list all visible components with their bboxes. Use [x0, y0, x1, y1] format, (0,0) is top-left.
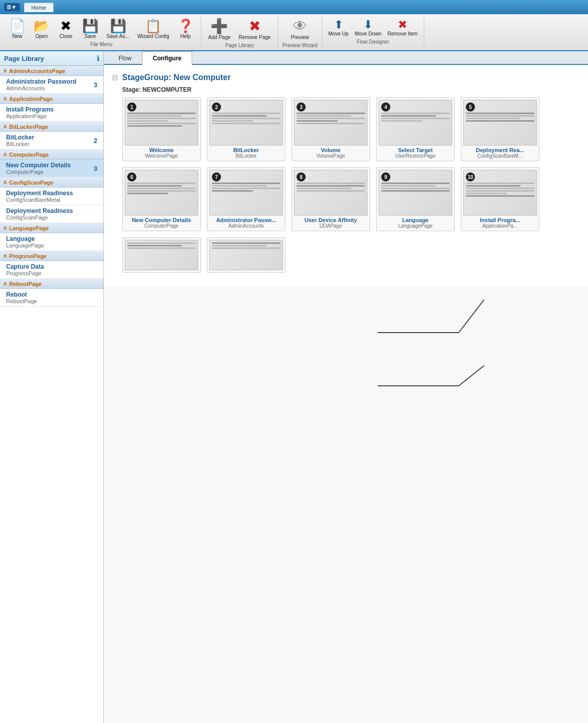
- info-icon[interactable]: ℹ: [97, 54, 99, 62]
- page-card-8[interactable]: 8 User Device Affinity UDAPage: [291, 167, 370, 231]
- page-card-3[interactable]: 3 Volume VolumePage: [291, 97, 370, 161]
- page-number-6: 6: [127, 172, 136, 182]
- remove-page-label: Remove Page: [239, 34, 271, 41]
- sidebar: Page Library ℹ ∧ AdminAccountsPage Admin…: [0, 51, 104, 723]
- chevron-down-icon: ∧: [3, 67, 7, 74]
- app-logo[interactable]: B▼: [4, 3, 20, 11]
- preview-label: Preview: [291, 34, 309, 41]
- sidebar-item-reboot[interactable]: Reboot RebootPage: [0, 289, 103, 307]
- sidebar-item-bitlocker[interactable]: BitLocker BitLocker 2: [0, 132, 103, 150]
- page-type-10: ApplicationPa...: [463, 223, 537, 229]
- sidebar-category-computer[interactable]: ∧ ComputerPage: [0, 150, 103, 160]
- flow-area: ⊟ StageGroup: New Computer Stage: NEWCOM…: [104, 65, 588, 287]
- sidebar-category-application[interactable]: ∧ ApplicationPage: [0, 94, 103, 104]
- wizard-config-icon: 📋: [145, 19, 161, 32]
- remove-page-button[interactable]: ✖ Remove Page: [236, 18, 274, 42]
- item-count: 3: [94, 81, 99, 89]
- tab-flow[interactable]: Flow: [108, 51, 142, 65]
- item-type: AdminAccounts: [6, 85, 94, 91]
- close-button[interactable]: ✖ Close: [55, 18, 77, 41]
- chevron-icon: ∧: [3, 151, 7, 158]
- sidebar-category-progress[interactable]: ∧ ProgressPage: [0, 251, 103, 261]
- pages-row-2: 6 New Computer Details ComputerPage: [122, 167, 580, 231]
- page-title-1: Welcome: [125, 147, 198, 153]
- page-title-9: Language: [379, 217, 452, 223]
- sidebar-item-language[interactable]: Language LanguagePage: [0, 233, 103, 251]
- preview-button[interactable]: 👁 Preview: [288, 18, 312, 42]
- sidebar-category-language[interactable]: ∧ LanguagePage: [0, 223, 103, 233]
- page-thumbnail-3: 3: [294, 100, 368, 146]
- page-card-5[interactable]: 5 Deployment Rea... ConfigScanBareM...: [461, 97, 539, 161]
- add-page-button[interactable]: ➕ Add Page: [205, 18, 234, 42]
- stage-group-header: ⊟ StageGroup: New Computer: [112, 73, 580, 82]
- page-card-10[interactable]: 10 Install Progra... ApplicationPa...: [461, 167, 539, 231]
- save-as-button[interactable]: 💾 Save As...: [103, 18, 132, 41]
- page-title-5: Deployment Rea...: [463, 147, 537, 153]
- open-button[interactable]: 📂 Open: [30, 18, 53, 41]
- page-card-extra-2[interactable]: [207, 237, 285, 273]
- page-card-6[interactable]: 6 New Computer Details ComputerPage: [122, 167, 201, 231]
- move-up-button[interactable]: ⬆ Move Up: [326, 18, 351, 38]
- page-card-4[interactable]: 4 Select Target UserRestorePage: [376, 97, 455, 161]
- page-number-9: 9: [381, 172, 390, 182]
- preview-wizard-label: Preview Wizard: [282, 43, 317, 48]
- chevron-icon: ∧: [3, 225, 7, 231]
- new-label: New: [12, 33, 22, 40]
- remove-page-icon: ✖: [249, 19, 261, 33]
- page-thumbnail-4: 4: [379, 100, 452, 146]
- page-card-1[interactable]: 1 Welcome WelcomePage: [122, 97, 201, 161]
- preview-icon: 👁: [293, 19, 307, 33]
- move-down-button[interactable]: ⬇ Move Down: [353, 18, 384, 38]
- chevron-icon: ∧: [3, 123, 7, 130]
- page-type-3: VolumePage: [294, 153, 368, 159]
- tab-bar: Flow Configure: [104, 51, 588, 65]
- save-as-icon: 💾: [110, 19, 126, 32]
- save-label: Save: [85, 33, 96, 40]
- sidebar-category-configscan[interactable]: ∧ ConfigScanPage: [0, 177, 103, 188]
- wizard-config-label: Wizard Config: [137, 33, 169, 40]
- home-tab[interactable]: Home: [24, 3, 54, 12]
- page-type-9: LanguagePage: [379, 223, 452, 229]
- move-down-label: Move Down: [355, 31, 382, 37]
- close-label: Close: [59, 33, 72, 40]
- item-type: ConfigScanPage: [6, 214, 99, 221]
- collapse-icon[interactable]: ⊟: [112, 74, 118, 82]
- title-bar: B▼ Home: [0, 0, 588, 14]
- page-number-10: 10: [466, 172, 475, 182]
- page-type-1: WelcomePage: [125, 153, 198, 159]
- help-button[interactable]: ❓ Help: [174, 18, 197, 41]
- sidebar-item-admin-password[interactable]: Administrator Password AdminAccounts 3: [0, 76, 103, 94]
- page-title-7: Administrator Passw...: [209, 217, 283, 223]
- sidebar-item-capture-data[interactable]: Capture Data ProgressPage: [0, 261, 103, 279]
- sidebar-category-reboot[interactable]: ∧ RebootPage: [0, 279, 103, 289]
- page-type-4: UserRestorePage: [379, 153, 452, 159]
- new-button[interactable]: 📄 New: [6, 18, 28, 41]
- move-down-icon: ⬇: [363, 19, 373, 30]
- item-name: Deployment Readiness: [6, 207, 99, 214]
- remove-item-label: Remove Item: [387, 31, 417, 37]
- page-type-7: AdminAccounts: [209, 223, 283, 229]
- sidebar-item-computer-details[interactable]: New Computer Details ComputerPage 3: [0, 160, 103, 177]
- page-title-6: New Computer Details: [125, 217, 198, 223]
- page-card-extra-1[interactable]: [122, 237, 201, 273]
- sidebar-category-bitlocker[interactable]: ∧ BitLockerPage: [0, 122, 103, 132]
- page-number-1: 1: [127, 102, 136, 112]
- page-title-2: BitLocker: [209, 147, 283, 153]
- sidebar-category-admin[interactable]: ∧ AdminAccountsPage: [0, 66, 103, 76]
- sidebar-item-deployment-readiness-2[interactable]: Deployment Readiness ConfigScanPage: [0, 205, 103, 223]
- wizard-config-button[interactable]: 📋 Wizard Config: [134, 18, 172, 41]
- remove-item-button[interactable]: ✖ Remove Item: [385, 18, 419, 38]
- page-type-6: ComputerPage: [125, 223, 198, 229]
- page-card-2[interactable]: 2 BitLocker BitLocker: [207, 97, 285, 161]
- item-count: 3: [94, 165, 99, 172]
- sidebar-item-deployment-readiness-1[interactable]: Deployment Readiness ConfigScanBareMetal: [0, 188, 103, 205]
- help-label: Help: [180, 33, 191, 40]
- sidebar-item-install-programs[interactable]: Install Programs ApplicationPage: [0, 104, 103, 122]
- item-name: Language: [6, 235, 99, 242]
- page-card-9[interactable]: 9 Language LanguagePage: [376, 167, 455, 231]
- chevron-icon: ∧: [3, 280, 7, 287]
- save-button[interactable]: 💾 Save: [79, 18, 101, 41]
- tab-configure[interactable]: Configure: [142, 51, 192, 65]
- page-thumbnail-9: 9: [379, 170, 452, 215]
- page-card-7[interactable]: 7 Administrator Passw... AdminAccounts: [207, 167, 285, 231]
